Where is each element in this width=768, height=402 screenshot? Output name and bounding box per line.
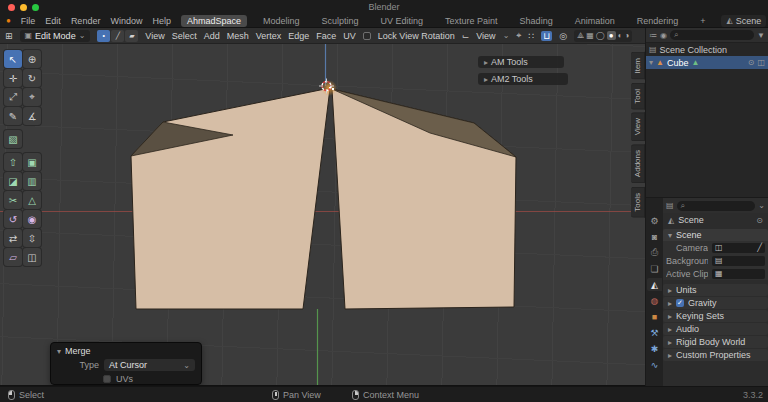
- merge-panel-header[interactable]: ▾ Merge: [57, 346, 195, 356]
- custom-properties-section-header[interactable]: ▸ Custom Properties: [663, 349, 768, 361]
- menu-help[interactable]: Help: [152, 16, 171, 26]
- tool-inset-faces[interactable]: ▣: [23, 153, 41, 171]
- lock-view-rotation-checkbox[interactable]: [363, 32, 371, 40]
- proportional-editing-icon[interactable]: ◎: [559, 31, 567, 41]
- face-select-button[interactable]: ▰: [125, 30, 138, 42]
- tool-extrude-region[interactable]: ⇧: [4, 153, 22, 171]
- sidebar-tab-item[interactable]: Item: [631, 52, 645, 80]
- active-clip-field[interactable]: ▦: [712, 269, 765, 279]
- workspace-tab-texture-paint[interactable]: Texture Paint: [439, 15, 504, 27]
- menu-select[interactable]: Select: [172, 31, 197, 41]
- audio-section-header[interactable]: ▸ Audio: [663, 323, 768, 335]
- gravity-checkbox[interactable]: ✓: [676, 299, 684, 307]
- menu-file[interactable]: File: [21, 16, 36, 26]
- menu-render[interactable]: Render: [71, 16, 101, 26]
- editor-type-icon[interactable]: ▤: [666, 201, 674, 210]
- gravity-section-header[interactable]: ▸ ✓ Gravity: [663, 297, 768, 309]
- filter-funnel-icon[interactable]: ▼: [757, 31, 765, 40]
- tab-scene-properties[interactable]: ◭: [647, 278, 662, 291]
- menu-face[interactable]: Face: [316, 31, 336, 41]
- tool-annotate[interactable]: ✎: [4, 107, 22, 125]
- tab-viewlayer-properties[interactable]: ❏: [647, 262, 662, 275]
- merge-operator-panel[interactable]: ▾ Merge Type At Cursor ⌄ UVs: [50, 342, 202, 385]
- panel-am-tools[interactable]: ▸ AM Tools: [478, 56, 564, 68]
- outliner-row-scene-collection[interactable]: ▤ Scene Collection: [646, 43, 768, 56]
- add-workspace-button[interactable]: +: [694, 15, 711, 27]
- tool-rotate[interactable]: ↻: [23, 69, 41, 87]
- tool-transform[interactable]: ⌖: [23, 88, 41, 106]
- minimize-window-button[interactable]: [20, 4, 27, 11]
- tool-loop-cut[interactable]: ▥: [23, 172, 41, 190]
- tool-shrink-fatten[interactable]: ⇳: [23, 229, 41, 247]
- panel-am2-tools[interactable]: ▸ AM2 Tools: [478, 73, 568, 85]
- tool-move[interactable]: ✛: [4, 69, 22, 87]
- mode-dropdown[interactable]: ▣ Edit Mode ⌄: [20, 30, 91, 42]
- tool-smooth[interactable]: ◉: [23, 210, 41, 228]
- tool-edge-slide[interactable]: ⇄: [4, 229, 22, 247]
- menu-edge[interactable]: Edge: [288, 31, 309, 41]
- workspace-tab-shading[interactable]: Shading: [514, 15, 559, 27]
- editor-type-icon[interactable]: ⊞: [5, 31, 13, 41]
- tool-select-box[interactable]: ↖: [4, 50, 22, 68]
- chevron-down-icon[interactable]: ⌄: [758, 201, 765, 210]
- sidebar-tab-addons[interactable]: Addons: [631, 144, 645, 183]
- menu-add[interactable]: Add: [204, 31, 220, 41]
- rendered-shading-icon[interactable]: ◑: [624, 31, 629, 40]
- snap-magnet-icon[interactable]: ⊔: [541, 31, 552, 41]
- snap-target-icon[interactable]: ∷: [528, 31, 534, 41]
- background-field[interactable]: ▤: [712, 256, 765, 266]
- zoom-window-button[interactable]: [32, 4, 39, 11]
- display-mode-icon[interactable]: ◉: [660, 31, 667, 40]
- outliner-row-cube[interactable]: ▾ ▲ Cube ▲ ⊙ ◫: [646, 56, 768, 69]
- tool-measure[interactable]: ∡: [23, 107, 41, 125]
- tool-shear[interactable]: ▱: [4, 248, 22, 266]
- scene-selector[interactable]: ◭ Scene: [721, 15, 766, 27]
- tab-particles-properties[interactable]: ✱: [647, 342, 662, 355]
- show-gizmo-icon[interactable]: ⟁: [577, 31, 584, 41]
- workspace-tab-modeling[interactable]: Modeling: [257, 15, 306, 27]
- edge-select-button[interactable]: ╱: [111, 30, 124, 42]
- pivot-point-icon[interactable]: ⌖: [516, 30, 521, 41]
- tab-object-properties[interactable]: ■: [647, 310, 662, 323]
- merge-uvs-checkbox[interactable]: [103, 375, 111, 383]
- show-overlays-icon[interactable]: ▦: [586, 31, 594, 40]
- material-shading-icon[interactable]: ◐: [618, 31, 623, 40]
- menu-window[interactable]: Window: [110, 16, 142, 26]
- menu-uv[interactable]: UV: [343, 31, 356, 41]
- tool-poly-build[interactable]: △: [23, 191, 41, 209]
- merge-type-dropdown[interactable]: At Cursor ⌄: [104, 359, 195, 371]
- tab-render-properties[interactable]: ◙: [647, 230, 662, 243]
- hide-viewport-eye-icon[interactable]: ⊙: [748, 58, 755, 67]
- wireframe-shading-icon[interactable]: ◯: [596, 31, 605, 40]
- tool-knife[interactable]: ✂: [4, 191, 22, 209]
- workspace-tab-ahmadspace[interactable]: AhmadSpace: [181, 15, 247, 27]
- menu-vertex[interactable]: Vertex: [256, 31, 282, 41]
- close-window-button[interactable]: [8, 4, 15, 11]
- chevron-down-icon[interactable]: ⌄: [503, 31, 510, 40]
- workspace-tab-uv-editing[interactable]: UV Editing: [375, 15, 430, 27]
- sidebar-tab-tools[interactable]: Tools: [631, 187, 645, 218]
- blender-logo-icon[interactable]: ●: [6, 16, 11, 25]
- editor-type-icon[interactable]: ≔: [649, 31, 657, 40]
- menu-view[interactable]: View: [145, 31, 164, 41]
- scene-section-header[interactable]: ▾ Scene: [663, 229, 768, 241]
- vertex-select-button[interactable]: •: [97, 30, 110, 42]
- pin-icon[interactable]: ⊙: [756, 216, 763, 225]
- tab-output-properties[interactable]: ⎙: [647, 246, 662, 259]
- units-section-header[interactable]: ▸ Units: [663, 284, 768, 296]
- workspace-tab-rendering[interactable]: Rendering: [631, 15, 685, 27]
- eyedropper-icon[interactable]: ╱: [757, 243, 762, 252]
- workspace-tab-animation[interactable]: Animation: [569, 15, 621, 27]
- camera-field[interactable]: ◫ ╱: [712, 243, 765, 253]
- selected-vertex[interactable]: [332, 88, 334, 90]
- tab-tool-properties[interactable]: ⚙: [647, 214, 662, 227]
- 3d-viewport[interactable]: ↖ ⊕ ✛ ↻ ⤢ ⌖ ✎ ∡ ▧ ⇧ ▣ ◪ ▥ ✂ △: [0, 44, 645, 385]
- rigid-body-world-section-header[interactable]: ▸ Rigid Body World: [663, 336, 768, 348]
- tool-cursor[interactable]: ⊕: [23, 50, 41, 68]
- transform-orientation-dropdown[interactable]: View: [476, 31, 495, 41]
- sidebar-tab-tool[interactable]: Tool: [631, 83, 645, 110]
- tool-add-cube[interactable]: ▧: [4, 130, 22, 148]
- properties-search-input[interactable]: ⌕: [677, 201, 756, 211]
- tab-modifier-properties[interactable]: ⚒: [647, 326, 662, 339]
- tool-spin[interactable]: ↺: [4, 210, 22, 228]
